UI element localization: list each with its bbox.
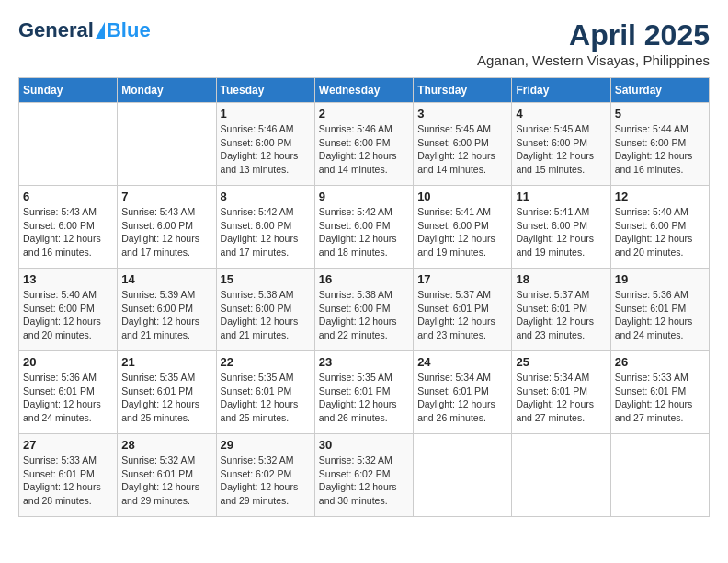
day-number: 13 <box>23 272 113 286</box>
day-number: 12 <box>615 190 705 203</box>
logo-triangle-icon <box>96 22 105 39</box>
day-cell: 3Sunrise: 5:45 AM Sunset: 6:00 PM Daylig… <box>414 103 512 186</box>
day-info: Sunrise: 5:34 AM Sunset: 6:01 PM Dayligh… <box>417 371 507 425</box>
day-info: Sunrise: 5:44 AM Sunset: 6:00 PM Dayligh… <box>615 122 705 177</box>
header-cell-monday: Monday <box>118 78 216 103</box>
day-info: Sunrise: 5:35 AM Sunset: 6:01 PM Dayligh… <box>319 371 409 425</box>
day-cell: 18Sunrise: 5:37 AM Sunset: 6:01 PM Dayli… <box>512 269 610 351</box>
day-info: Sunrise: 5:39 AM Sunset: 6:00 PM Dayligh… <box>121 288 211 342</box>
header-cell-wednesday: Wednesday <box>314 78 413 103</box>
title-block: April 2025 Aganan, Western Visayas, Phil… <box>477 18 710 68</box>
day-info: Sunrise: 5:34 AM Sunset: 6:01 PM Dayligh… <box>516 371 606 425</box>
week-row-5: 27Sunrise: 5:33 AM Sunset: 6:01 PM Dayli… <box>19 434 710 517</box>
day-info: Sunrise: 5:33 AM Sunset: 6:01 PM Dayligh… <box>23 454 113 508</box>
day-info: Sunrise: 5:45 AM Sunset: 6:00 PM Dayligh… <box>417 122 507 177</box>
day-info: Sunrise: 5:38 AM Sunset: 6:00 PM Dayligh… <box>221 288 311 342</box>
day-number: 27 <box>23 438 113 452</box>
day-number: 14 <box>121 272 211 286</box>
logo-general: General <box>18 18 94 42</box>
day-cell: 6Sunrise: 5:43 AM Sunset: 6:00 PM Daylig… <box>19 186 118 269</box>
header-cell-tuesday: Tuesday <box>216 78 314 103</box>
day-info: Sunrise: 5:33 AM Sunset: 6:01 PM Dayligh… <box>615 371 705 425</box>
day-info: Sunrise: 5:32 AM Sunset: 6:02 PM Dayligh… <box>319 454 409 508</box>
day-info: Sunrise: 5:32 AM Sunset: 6:01 PM Dayligh… <box>121 454 211 508</box>
day-info: Sunrise: 5:43 AM Sunset: 6:00 PM Dayligh… <box>121 205 211 259</box>
day-number: 17 <box>417 272 507 286</box>
day-number: 29 <box>221 438 311 452</box>
day-number: 25 <box>516 355 606 369</box>
day-cell: 10Sunrise: 5:41 AM Sunset: 6:00 PM Dayli… <box>414 186 512 269</box>
week-row-2: 6Sunrise: 5:43 AM Sunset: 6:00 PM Daylig… <box>19 186 710 269</box>
day-info: Sunrise: 5:43 AM Sunset: 6:00 PM Dayligh… <box>23 205 113 259</box>
calendar-header: SundayMondayTuesdayWednesdayThursdayFrid… <box>19 78 710 103</box>
day-number: 1 <box>221 107 311 121</box>
day-number: 21 <box>121 355 211 369</box>
header-cell-saturday: Saturday <box>610 78 709 103</box>
day-cell: 29Sunrise: 5:32 AM Sunset: 6:02 PM Dayli… <box>216 434 314 517</box>
day-cell: 25Sunrise: 5:34 AM Sunset: 6:01 PM Dayli… <box>512 351 610 434</box>
day-info: Sunrise: 5:38 AM Sunset: 6:00 PM Dayligh… <box>319 288 409 342</box>
day-cell <box>512 434 610 517</box>
day-cell: 16Sunrise: 5:38 AM Sunset: 6:00 PM Dayli… <box>314 269 413 351</box>
day-cell: 13Sunrise: 5:40 AM Sunset: 6:00 PM Dayli… <box>19 269 118 351</box>
week-row-1: 1Sunrise: 5:46 AM Sunset: 6:00 PM Daylig… <box>19 103 710 186</box>
day-cell: 21Sunrise: 5:35 AM Sunset: 6:01 PM Dayli… <box>118 351 216 434</box>
day-info: Sunrise: 5:42 AM Sunset: 6:00 PM Dayligh… <box>319 205 409 259</box>
day-cell: 9Sunrise: 5:42 AM Sunset: 6:00 PM Daylig… <box>314 186 413 269</box>
day-cell: 4Sunrise: 5:45 AM Sunset: 6:00 PM Daylig… <box>512 103 610 186</box>
week-row-4: 20Sunrise: 5:36 AM Sunset: 6:01 PM Dayli… <box>19 351 710 434</box>
day-number: 9 <box>319 190 409 203</box>
calendar-subtitle: Aganan, Western Visayas, Philippines <box>477 52 710 68</box>
day-info: Sunrise: 5:46 AM Sunset: 6:00 PM Dayligh… <box>319 122 409 177</box>
day-number: 19 <box>615 272 705 286</box>
day-number: 18 <box>516 272 606 286</box>
day-info: Sunrise: 5:41 AM Sunset: 6:00 PM Dayligh… <box>417 205 507 259</box>
day-cell: 12Sunrise: 5:40 AM Sunset: 6:00 PM Dayli… <box>610 186 709 269</box>
header-row: SundayMondayTuesdayWednesdayThursdayFrid… <box>19 78 710 103</box>
day-info: Sunrise: 5:37 AM Sunset: 6:01 PM Dayligh… <box>516 288 606 342</box>
week-row-3: 13Sunrise: 5:40 AM Sunset: 6:00 PM Dayli… <box>19 269 710 351</box>
day-number: 7 <box>121 190 211 203</box>
day-number: 3 <box>417 107 507 121</box>
day-cell <box>118 103 216 186</box>
day-number: 8 <box>221 190 311 203</box>
header-cell-friday: Friday <box>512 78 610 103</box>
day-number: 5 <box>615 107 705 121</box>
header-cell-sunday: Sunday <box>19 78 118 103</box>
calendar-table: SundayMondayTuesdayWednesdayThursdayFrid… <box>18 77 710 517</box>
day-cell: 5Sunrise: 5:44 AM Sunset: 6:00 PM Daylig… <box>610 103 709 186</box>
day-info: Sunrise: 5:36 AM Sunset: 6:01 PM Dayligh… <box>615 288 705 342</box>
page-header: General Blue April 2025 Aganan, Western … <box>18 18 710 68</box>
day-info: Sunrise: 5:42 AM Sunset: 6:00 PM Dayligh… <box>221 205 311 259</box>
day-info: Sunrise: 5:37 AM Sunset: 6:01 PM Dayligh… <box>417 288 507 342</box>
day-number: 2 <box>319 107 409 121</box>
day-number: 28 <box>121 438 211 452</box>
day-cell: 11Sunrise: 5:41 AM Sunset: 6:00 PM Dayli… <box>512 186 610 269</box>
calendar-body: 1Sunrise: 5:46 AM Sunset: 6:00 PM Daylig… <box>19 103 710 517</box>
header-cell-thursday: Thursday <box>414 78 512 103</box>
calendar-title: April 2025 <box>477 18 710 52</box>
day-info: Sunrise: 5:45 AM Sunset: 6:00 PM Dayligh… <box>516 122 606 177</box>
day-info: Sunrise: 5:36 AM Sunset: 6:01 PM Dayligh… <box>23 371 113 425</box>
day-number: 20 <box>23 355 113 369</box>
day-number: 24 <box>417 355 507 369</box>
day-number: 23 <box>319 355 409 369</box>
day-number: 15 <box>221 272 311 286</box>
day-info: Sunrise: 5:32 AM Sunset: 6:02 PM Dayligh… <box>221 454 311 508</box>
day-cell: 24Sunrise: 5:34 AM Sunset: 6:01 PM Dayli… <box>414 351 512 434</box>
day-info: Sunrise: 5:35 AM Sunset: 6:01 PM Dayligh… <box>121 371 211 425</box>
day-cell: 7Sunrise: 5:43 AM Sunset: 6:00 PM Daylig… <box>118 186 216 269</box>
day-number: 6 <box>23 190 113 203</box>
day-number: 11 <box>516 190 606 203</box>
day-number: 4 <box>516 107 606 121</box>
day-cell: 1Sunrise: 5:46 AM Sunset: 6:00 PM Daylig… <box>216 103 314 186</box>
day-info: Sunrise: 5:35 AM Sunset: 6:01 PM Dayligh… <box>221 371 311 425</box>
day-cell: 20Sunrise: 5:36 AM Sunset: 6:01 PM Dayli… <box>19 351 118 434</box>
day-number: 30 <box>319 438 409 452</box>
day-cell: 14Sunrise: 5:39 AM Sunset: 6:00 PM Dayli… <box>118 269 216 351</box>
day-number: 10 <box>417 190 507 203</box>
day-info: Sunrise: 5:41 AM Sunset: 6:00 PM Dayligh… <box>516 205 606 259</box>
day-cell: 30Sunrise: 5:32 AM Sunset: 6:02 PM Dayli… <box>314 434 413 517</box>
day-cell: 8Sunrise: 5:42 AM Sunset: 6:00 PM Daylig… <box>216 186 314 269</box>
day-cell: 2Sunrise: 5:46 AM Sunset: 6:00 PM Daylig… <box>314 103 413 186</box>
